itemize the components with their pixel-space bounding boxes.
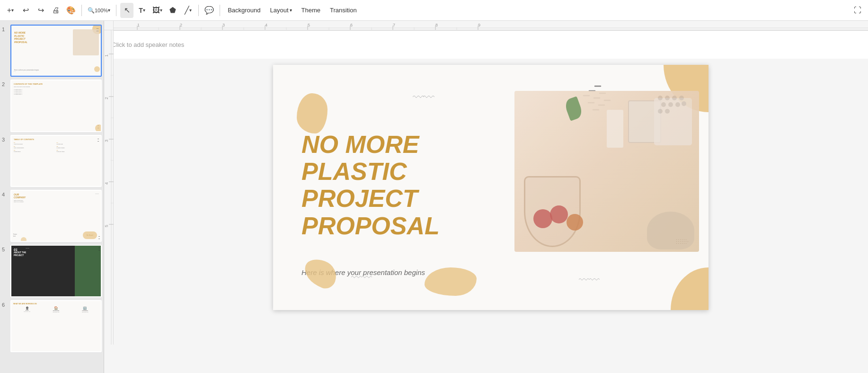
svg-text:1: 1 bbox=[104, 54, 109, 57]
maximize-icon: ⛶ bbox=[854, 6, 861, 15]
slide-item-5[interactable]: 5 01 ABOUT THEPROJECT •••• 〜〜 bbox=[2, 245, 102, 297]
image-icon: 🖼 bbox=[152, 6, 160, 15]
slide-title: NO MORE PLASTIC PROJECT PROPOSAL bbox=[301, 131, 440, 240]
ruler-vertical: 1 2 3 4 5 bbox=[104, 30, 114, 345]
shape-tool[interactable]: ⬟ bbox=[166, 3, 179, 18]
svg-text:3: 3 bbox=[104, 140, 109, 142]
redo-icon: ↪ bbox=[38, 6, 44, 15]
slide-number-5: 5 bbox=[2, 245, 9, 252]
zoom-dropdown-icon: ▾ bbox=[108, 8, 110, 13]
svg-text:2: 2 bbox=[104, 97, 109, 99]
main-slide[interactable]: 〰〰 bbox=[273, 65, 709, 310]
deco-blob-top-left bbox=[297, 93, 328, 133]
paint-icon: 🎨 bbox=[66, 6, 76, 15]
separator-3 bbox=[198, 5, 199, 16]
svg-text:2: 2 bbox=[180, 23, 182, 27]
svg-text:5: 5 bbox=[104, 225, 109, 227]
print-button[interactable]: 🖨 bbox=[49, 3, 62, 18]
deco-wave-bottom-right: 〰〰 bbox=[579, 274, 600, 286]
separator-2 bbox=[116, 5, 116, 16]
deco-wave-bottom-left: 〰〰 bbox=[351, 272, 372, 284]
ruler-corner bbox=[104, 21, 114, 30]
svg-text:5: 5 bbox=[308, 23, 310, 27]
deco-blob-bottom-right bbox=[671, 267, 709, 310]
zoom-level: 100% bbox=[95, 8, 108, 13]
paint-button[interactable]: 🎨 bbox=[64, 3, 78, 18]
svg-text:4: 4 bbox=[265, 23, 267, 27]
slide-thumb-5: 01 ABOUT THEPROJECT •••• 〜〜 bbox=[10, 245, 102, 297]
svg-text:3: 3 bbox=[222, 23, 225, 27]
comment-icon: 💬 bbox=[204, 6, 214, 15]
slide-item-4[interactable]: 4 OURCOMPANY Here is some textabout our … bbox=[2, 190, 102, 242]
main-area: 1 NO MOREPLASTICPROJECTPROPOSAL bbox=[0, 21, 868, 373]
zoom-icon: 🔍 bbox=[88, 7, 95, 14]
svg-text:1: 1 bbox=[137, 23, 140, 27]
slide-image: ••••••••••••••••••• bbox=[514, 91, 699, 252]
slide-number-6: 6 bbox=[2, 300, 9, 308]
image-tool[interactable]: 🖼 ▾ bbox=[151, 3, 164, 18]
shape-icon: ⬟ bbox=[169, 6, 176, 15]
undo-icon: ↩ bbox=[23, 6, 29, 15]
slide-number-4: 4 bbox=[2, 190, 9, 197]
text-tool[interactable]: T ▾ bbox=[135, 3, 149, 18]
deco-blob-bottom-center bbox=[425, 267, 477, 296]
add-button[interactable]: + ▾ bbox=[4, 3, 17, 18]
line-icon: ╱ bbox=[185, 6, 189, 15]
slide-item-3[interactable]: 3 TABLE OF CONTENTS 01About the project … bbox=[2, 135, 102, 187]
deco-wave-top-center: 〰〰 bbox=[413, 91, 434, 104]
background-button[interactable]: Background bbox=[224, 3, 264, 18]
slide-number-3: 3 bbox=[2, 135, 9, 142]
print-icon: 🖨 bbox=[52, 6, 60, 15]
svg-text:6: 6 bbox=[350, 23, 353, 27]
slide-thumb-4: OURCOMPANY Here is some textabout our co… bbox=[10, 190, 102, 242]
canvas-area: 1 2 3 4 5 6 7 8 9 bbox=[104, 21, 868, 373]
slide-thumb-6: WHAT WE ARE WORKING ON 🗑 Retail Descript… bbox=[10, 300, 102, 352]
zoom-button[interactable]: 🔍 100% ▾ bbox=[86, 3, 112, 18]
deco-blob-bottom-left bbox=[301, 256, 341, 292]
slide-item-6[interactable]: 6 WHAT WE ARE WORKING ON 🗑 Retail Descri… bbox=[2, 300, 102, 352]
separator-4 bbox=[220, 5, 220, 16]
theme-button[interactable]: Theme bbox=[298, 3, 324, 18]
cursor-icon: ↖ bbox=[124, 6, 130, 15]
line-tool[interactable]: ╱ ▾ bbox=[181, 3, 195, 18]
cursor-tool[interactable]: ↖ bbox=[120, 3, 133, 18]
slide-item-1[interactable]: 1 NO MOREPLASTICPROJECTPROPOSAL bbox=[2, 25, 102, 77]
svg-text:8: 8 bbox=[435, 23, 438, 27]
add-icon: + bbox=[7, 6, 11, 15]
slide-number-1: 1 bbox=[2, 25, 9, 32]
slides-panel: 1 NO MOREPLASTICPROJECTPROPOSAL bbox=[0, 21, 104, 373]
slide-number-2: 2 bbox=[2, 80, 9, 87]
ruler-horizontal: 1 2 3 4 5 6 7 8 9 bbox=[114, 21, 868, 30]
layout-button[interactable]: Layout ▾ bbox=[266, 3, 296, 18]
toolbar: + ▾ ↩ ↪ 🖨 🎨 🔍 100% ▾ ↖ T ▾ 🖼 ▾ ⬟ ╱ ▾ bbox=[0, 0, 868, 21]
slide-thumb-2: CONTENTS OF THIS TEMPLATE Here is the te… bbox=[10, 80, 102, 132]
svg-text:4: 4 bbox=[104, 182, 109, 185]
add-dropdown-icon: ▾ bbox=[11, 8, 14, 13]
svg-text:9: 9 bbox=[478, 23, 480, 27]
layout-dropdown-icon: ▾ bbox=[290, 8, 292, 13]
svg-text:7: 7 bbox=[393, 23, 395, 27]
text-icon: T bbox=[139, 7, 143, 14]
slide-item-2[interactable]: 2 CONTENTS OF THIS TEMPLATE Here is the … bbox=[2, 80, 102, 132]
maximize-button[interactable]: ⛶ bbox=[851, 3, 864, 18]
transition-button[interactable]: Transition bbox=[326, 3, 361, 18]
slide-canvas-container: 〰〰 bbox=[114, 30, 868, 345]
slide-thumb-1: NO MOREPLASTICPROJECTPROPOSAL •••• Here … bbox=[10, 25, 102, 77]
slide-thumb-3: TABLE OF CONTENTS 01About the project 04… bbox=[10, 135, 102, 187]
undo-button[interactable]: ↩ bbox=[19, 3, 32, 18]
redo-button[interactable]: ↪ bbox=[34, 3, 47, 18]
comment-button[interactable]: 💬 bbox=[203, 3, 216, 18]
separator-1 bbox=[81, 5, 82, 16]
